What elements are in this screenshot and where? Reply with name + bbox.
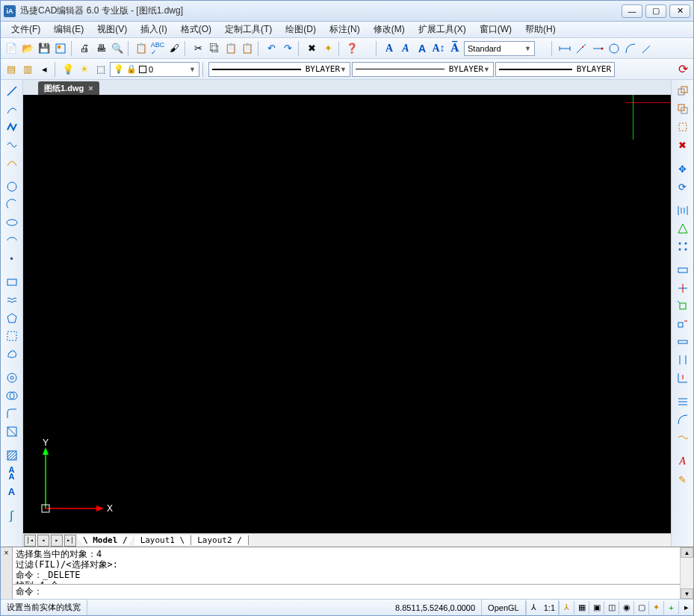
layer-manager-icon[interactable]: ▤ [4, 62, 19, 77]
spellcheck-icon[interactable]: ABC✓ [150, 41, 165, 56]
line-icon[interactable] [4, 83, 20, 99]
layer-prev-icon[interactable]: ◂ [37, 62, 52, 77]
undo-icon[interactable]: ↶ [264, 41, 279, 56]
redo-icon[interactable]: ↷ [280, 41, 295, 56]
text-single-icon[interactable]: A [4, 483, 20, 500]
ellipse-arc-icon[interactable] [4, 232, 20, 249]
sun-icon[interactable]: ☀ [77, 62, 92, 77]
arc-icon[interactable] [4, 155, 20, 171]
text-style-combo[interactable]: Standard ▼ [464, 41, 535, 56]
open-icon[interactable]: 📂 [20, 41, 35, 56]
menu-modify[interactable]: 修改(M) [368, 22, 411, 37]
select-icon[interactable]: ✦ [320, 41, 335, 56]
menu-file[interactable]: 文件(F) [5, 22, 46, 37]
text-bold-icon[interactable]: A [382, 41, 397, 56]
boundary-icon[interactable] [4, 328, 20, 344]
match-icon[interactable]: 🖌 [167, 41, 182, 56]
copy-clip-icon[interactable]: 📋 [134, 41, 149, 56]
stretch-icon[interactable] [675, 262, 691, 279]
maximize-button[interactable]: ▢ [645, 4, 666, 18]
rotate-icon[interactable]: ⟳ [675, 178, 691, 195]
find-icon[interactable]: 🔍 [110, 41, 125, 56]
status-grid-icon[interactable]: ▦ [574, 601, 589, 615]
break-icon[interactable] [675, 334, 691, 350]
menu-insert[interactable]: 插入(I) [134, 22, 173, 37]
drawing-canvas[interactable]: Y X [23, 95, 671, 533]
status-anno-icon[interactable]: ⅄ [559, 601, 574, 615]
refresh-icon[interactable]: ⟳ [675, 62, 690, 77]
paste-icon[interactable]: 📋 [223, 41, 238, 56]
mirror2-icon[interactable] [675, 202, 691, 219]
menu-customtools[interactable]: 定制工具(T) [219, 22, 278, 37]
status-annoscale-icon[interactable]: ⅄ [526, 601, 541, 615]
fillet-icon[interactable] [4, 405, 20, 422]
tab-nav-first[interactable]: |◂ [24, 535, 36, 547]
text-multiline-icon[interactable]: AA [4, 465, 20, 482]
cut-icon[interactable]: ✂ [190, 41, 205, 56]
menu-dimension[interactable]: 标注(N) [323, 22, 366, 37]
status-ortho-icon[interactable]: ◫ [604, 601, 619, 615]
paste-special-icon[interactable]: 📋 [240, 41, 255, 56]
wipeout-icon[interactable] [4, 423, 20, 440]
status-polar-icon[interactable]: ◉ [619, 601, 633, 615]
print-icon[interactable]: 🖨 [77, 41, 92, 56]
document-tab[interactable]: 图纸1.dwg × [38, 81, 99, 95]
tab-nav-next[interactable]: ▸ [51, 535, 63, 547]
menu-window[interactable]: 窗口(W) [474, 22, 518, 37]
scale-icon[interactable] [675, 220, 691, 237]
help-icon[interactable]: ❓ [344, 41, 359, 56]
dim-diameter-icon[interactable] [607, 41, 622, 56]
status-otrack-icon[interactable]: ✦ [648, 601, 663, 615]
save-icon[interactable]: 💾 [37, 41, 52, 56]
status-scale[interactable]: 1:1 [541, 600, 559, 615]
lineweight-combo[interactable]: BYLAYER ▼ [352, 62, 494, 77]
command-input[interactable]: 命令： [13, 584, 680, 599]
properties-icon[interactable]: ✎ [675, 471, 691, 488]
fillet2-icon[interactable] [675, 411, 691, 428]
text-scale-icon[interactable]: A̅ [447, 41, 462, 56]
new-icon[interactable]: 📄 [4, 41, 19, 56]
sketch-icon[interactable]: ʃ [4, 507, 20, 523]
mirror-entity-icon[interactable] [675, 101, 691, 117]
circle-icon[interactable] [4, 178, 20, 195]
revcloud-icon[interactable] [4, 346, 20, 362]
layer-combo[interactable]: 💡 🔒 0 ▼ [110, 62, 199, 77]
tab-layout2[interactable]: Layout2 / [191, 535, 249, 545]
donut-icon[interactable] [4, 370, 20, 386]
ellipse-icon[interactable] [4, 214, 20, 231]
dim-angular-icon[interactable] [574, 41, 589, 56]
text-normal-icon[interactable]: A [415, 41, 430, 56]
layer-states-icon[interactable]: ▥ [20, 62, 35, 77]
delete-icon[interactable]: ✖ [304, 41, 319, 56]
xline-icon[interactable] [4, 101, 20, 117]
text-italic-icon[interactable]: A [398, 41, 413, 56]
dim-arc-icon[interactable] [623, 41, 638, 56]
point-icon[interactable]: • [4, 250, 20, 267]
rectangle-icon[interactable] [4, 274, 20, 290]
menu-edit[interactable]: 编辑(E) [48, 22, 90, 37]
arc2-icon[interactable] [4, 196, 20, 213]
region-icon[interactable] [4, 388, 20, 404]
spiral-icon[interactable] [4, 292, 20, 308]
menu-view[interactable]: 视图(V) [91, 22, 133, 37]
status-osnap-icon[interactable]: ▢ [633, 601, 648, 615]
trim-icon[interactable] [675, 280, 691, 296]
linetype-combo[interactable]: BYLAYER ▼ [208, 62, 350, 77]
move-icon[interactable]: ✥ [675, 161, 691, 177]
command-scrollbar[interactable]: ▲ ▼ [680, 547, 693, 599]
menu-extend[interactable]: 扩展工具(X) [412, 22, 472, 37]
explode-icon[interactable] [675, 429, 691, 446]
menu-format[interactable]: 格式(O) [175, 22, 217, 37]
edit-text-icon[interactable]: A [675, 453, 691, 470]
tab-nav-prev[interactable]: ◂ [37, 535, 49, 547]
status-lwt-icon[interactable]: + [663, 601, 678, 615]
tab-nav-last[interactable]: ▸| [64, 535, 76, 547]
bulb-on-icon[interactable]: 💡 [61, 62, 75, 77]
erase-icon[interactable]: ✖ [675, 137, 691, 153]
status-model-icon[interactable]: ▸ [678, 601, 693, 615]
tab-layout1[interactable]: Layout1 \ [134, 535, 192, 545]
spline-icon[interactable] [4, 137, 20, 153]
freeze-icon[interactable]: ⬚ [93, 62, 108, 77]
close-button[interactable]: ✕ [669, 4, 690, 18]
minimize-button[interactable]: — [622, 4, 642, 18]
